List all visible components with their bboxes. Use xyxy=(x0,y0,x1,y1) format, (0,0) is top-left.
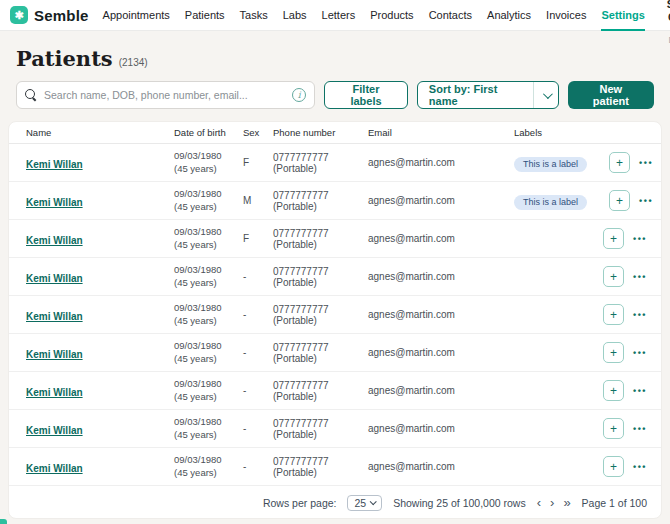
new-patient-button[interactable]: New patient xyxy=(568,81,654,109)
column-header-email: Email xyxy=(368,127,514,138)
dob-value: 09/03/1980 xyxy=(174,340,243,353)
semble-logo[interactable]: ✱ Semble xyxy=(10,6,89,24)
add-label-button[interactable]: + xyxy=(603,456,624,477)
row-more-menu[interactable]: ••• xyxy=(633,272,647,282)
sex-value: F xyxy=(243,157,273,168)
column-header-name: Name xyxy=(26,127,174,138)
row-more-menu[interactable]: ••• xyxy=(633,462,647,472)
row-more-menu[interactable]: ••• xyxy=(633,234,647,244)
add-label-button[interactable]: + xyxy=(603,418,624,439)
phone-value: 0777777777 (Portable) xyxy=(273,190,368,212)
table-row: Kemi Willan 09/03/1980(45 years) - 07777… xyxy=(9,334,661,372)
rows-per-page-select[interactable]: 25 xyxy=(347,495,382,511)
column-header-phone-number: Phone number xyxy=(273,127,368,138)
phone-value: 0777777777 (Portable) xyxy=(273,266,368,288)
table-row: Kemi Willan 09/03/1980(45 years) M 07777… xyxy=(9,182,661,220)
add-label-button[interactable]: + xyxy=(603,380,624,401)
email-value: agnes@martin.com xyxy=(368,195,514,206)
patient-name-link[interactable]: Kemi Willan xyxy=(26,235,83,246)
column-header-date-of-birth: Date of birth xyxy=(174,127,243,138)
sort-by-label[interactable]: Sort by: First name xyxy=(418,82,534,108)
dob-value: 09/03/1980 xyxy=(174,226,243,239)
chat-widget-edge[interactable] xyxy=(0,519,7,524)
search-input[interactable] xyxy=(44,89,285,101)
chevron-down-icon xyxy=(370,498,377,505)
phone-value: 0777777777 (Portable) xyxy=(273,304,368,326)
patients-table: NameDate of birthSexPhone numberEmailLab… xyxy=(8,121,662,519)
last-page-icon[interactable]: » xyxy=(563,496,570,509)
clinic-name: My Super Clinic xyxy=(659,0,670,24)
phone-value: 0777777777 (Portable) xyxy=(273,456,368,478)
row-more-menu[interactable]: ••• xyxy=(639,196,653,206)
phone-value: 0777777777 (Portable) xyxy=(273,228,368,250)
page-title: Patients xyxy=(16,46,113,71)
brand-name: Semble xyxy=(34,7,89,24)
nav-item-appointments[interactable]: Appointments xyxy=(103,0,170,31)
patient-name-link[interactable]: Kemi Willan xyxy=(26,197,83,208)
nav-item-contacts[interactable]: Contacts xyxy=(429,0,472,31)
table-row: Kemi Willan 09/03/1980(45 years) - 07777… xyxy=(9,296,661,334)
dob-value: 09/03/1980 xyxy=(174,188,243,201)
phone-value: 0777777777 (Portable) xyxy=(273,380,368,402)
patient-search: i xyxy=(16,81,315,109)
row-more-menu[interactable]: ••• xyxy=(633,348,647,358)
nav-item-patients[interactable]: Patients xyxy=(185,0,225,31)
phone-value: 0777777777 (Portable) xyxy=(273,342,368,364)
row-more-menu[interactable]: ••• xyxy=(633,310,647,320)
sort-by-button[interactable]: Sort by: First name xyxy=(417,81,559,109)
age-value: (45 years) xyxy=(174,239,243,252)
add-label-button[interactable]: + xyxy=(609,152,630,173)
page-info: Page 1 of 100 xyxy=(582,497,647,509)
dob-value: 09/03/1980 xyxy=(174,302,243,315)
nav-item-letters[interactable]: Letters xyxy=(322,0,356,31)
age-value: (45 years) xyxy=(174,429,243,442)
showing-rows-text: Showing 25 of 100,000 rows xyxy=(393,497,526,509)
patient-name-link[interactable]: Kemi Willan xyxy=(26,349,83,360)
nav-item-tasks[interactable]: Tasks xyxy=(240,0,268,31)
dob-value: 09/03/1980 xyxy=(174,264,243,277)
patient-name-link[interactable]: Kemi Willan xyxy=(26,159,83,170)
table-row: Kemi Willan 09/03/1980(45 years) - 07777… xyxy=(9,258,661,296)
dob-value: 09/03/1980 xyxy=(174,150,243,163)
table-row: Kemi Willan 09/03/1980(45 years) F 07777… xyxy=(9,144,661,182)
sex-value: M xyxy=(243,195,273,206)
age-value: (45 years) xyxy=(174,391,243,404)
nav-item-analytics[interactable]: Analytics xyxy=(487,0,531,31)
patient-name-link[interactable]: Kemi Willan xyxy=(26,387,83,398)
patient-name-link[interactable]: Kemi Willan xyxy=(26,273,83,284)
nav-item-invoices[interactable]: Invoices xyxy=(546,0,586,31)
add-label-button[interactable]: + xyxy=(603,342,624,363)
nav-item-products[interactable]: Products xyxy=(370,0,413,31)
info-icon[interactable]: i xyxy=(292,88,306,102)
chevron-down-icon xyxy=(543,89,553,99)
table-footer: Rows per page: 25 Showing 25 of 100,000 … xyxy=(9,487,661,518)
add-label-button[interactable]: + xyxy=(609,190,630,211)
add-label-button[interactable]: + xyxy=(603,304,624,325)
table-row: Kemi Willan 09/03/1980(45 years) - 07777… xyxy=(9,410,661,448)
patient-name-link[interactable]: Kemi Willan xyxy=(26,425,83,436)
phone-value: 0777777777 (Portable) xyxy=(273,418,368,440)
row-more-menu[interactable]: ••• xyxy=(633,386,647,396)
nav-item-labs[interactable]: Labs xyxy=(283,0,307,31)
user-name: Tyler Durden xyxy=(659,24,670,46)
row-more-menu[interactable]: ••• xyxy=(639,158,653,168)
nav-item-settings[interactable]: Settings xyxy=(601,0,644,31)
add-label-button[interactable]: + xyxy=(603,228,624,249)
top-navigation-bar: ✱ Semble AppointmentsPatientsTasksLabsLe… xyxy=(0,0,670,31)
rows-per-page-value: 25 xyxy=(354,497,366,509)
sex-value: - xyxy=(243,271,273,282)
next-page-icon[interactable]: › xyxy=(550,496,554,509)
filter-labels-button[interactable]: Filter labels xyxy=(324,81,408,109)
table-body: Kemi Willan 09/03/1980(45 years) F 07777… xyxy=(9,144,661,486)
rows-per-page-label: Rows per page: xyxy=(263,497,337,509)
patient-name-link[interactable]: Kemi Willan xyxy=(26,311,83,322)
email-value: agnes@martin.com xyxy=(368,271,514,282)
add-label-button[interactable]: + xyxy=(603,266,624,287)
phone-value: 0777777777 (Portable) xyxy=(273,152,368,174)
sort-dropdown-toggle[interactable] xyxy=(533,82,557,108)
patient-name-link[interactable]: Kemi Willan xyxy=(26,463,83,474)
account-info[interactable]: My Super Clinic Tyler Durden xyxy=(659,0,670,46)
row-more-menu[interactable]: ••• xyxy=(633,424,647,434)
prev-page-icon[interactable]: ‹ xyxy=(537,496,541,509)
age-value: (45 years) xyxy=(174,277,243,290)
